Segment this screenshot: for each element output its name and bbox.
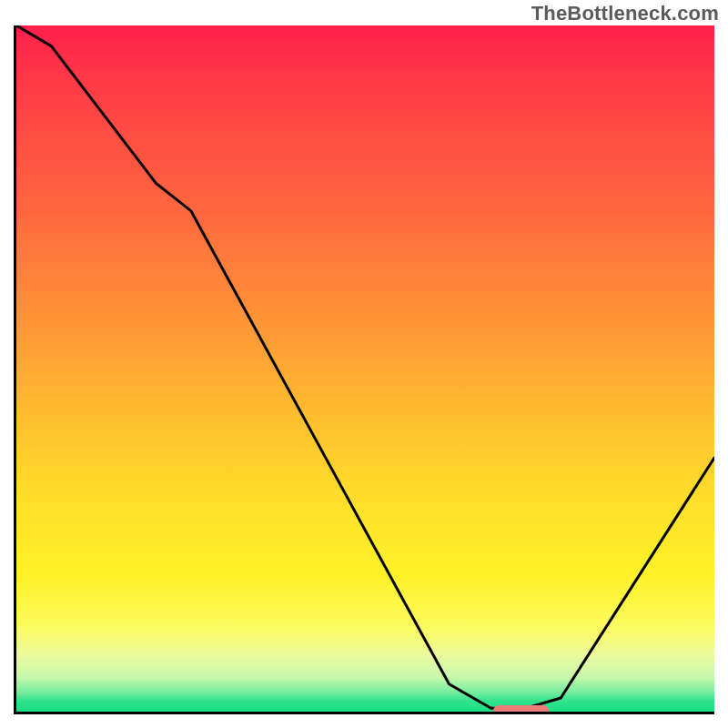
optimal-range-marker [493, 705, 550, 714]
bottleneck-curve [16, 25, 714, 712]
curve-path [16, 25, 714, 708]
plot-area [14, 25, 714, 714]
chart-frame: TheBottleneck.com [0, 0, 728, 728]
watermark-text: TheBottleneck.com [531, 2, 719, 25]
